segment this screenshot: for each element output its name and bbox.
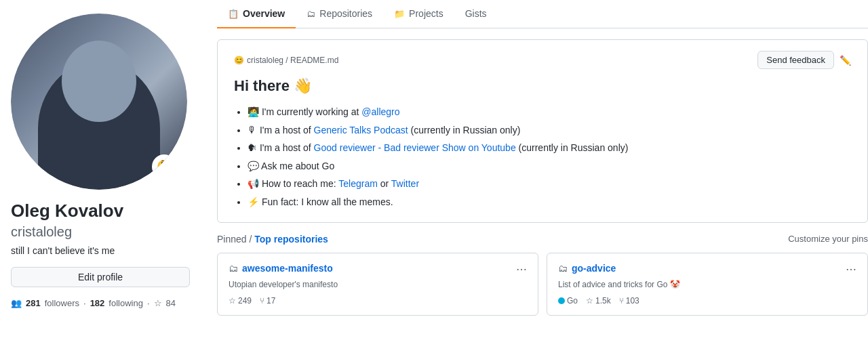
fork-count-1: 17 bbox=[267, 296, 275, 306]
pinned-header: Pinned / Top repositories Customize your… bbox=[217, 234, 868, 245]
repo-icon-1: 🗂 bbox=[229, 263, 238, 274]
projects-icon: 📁 bbox=[394, 9, 405, 19]
readme-path: 😊 cristaloleg / README.md bbox=[234, 56, 338, 65]
stats-row: 👥 281 followers · 182 following · ☆ 84 bbox=[11, 298, 190, 308]
list-item: 📢 How to reach me: Telegram or Twitter bbox=[248, 175, 851, 193]
pinned-card-1: 🗂 awesome-manifesto ⋯ Utopian developer'… bbox=[217, 253, 538, 316]
sidebar: 🤔 Oleg Kovalov cristaloleg still I can't… bbox=[0, 0, 201, 357]
repo-name-link-1[interactable]: awesome-manifesto bbox=[242, 263, 333, 274]
list-item: 🗣 I'm a host of Good reviewer - Bad revi… bbox=[248, 139, 851, 157]
followers-label: followers bbox=[45, 298, 79, 308]
profile-name: Oleg Kovalov bbox=[11, 201, 190, 222]
repo-forks-1: ⑂ 17 bbox=[260, 296, 275, 306]
twitter-link[interactable]: Twitter bbox=[391, 178, 419, 189]
readme-card: 😊 cristaloleg / README.md Send feedback … bbox=[217, 39, 868, 223]
followers-icon: 👥 bbox=[11, 298, 22, 308]
pinned-card-title-2: 🗂 go-advice bbox=[558, 263, 616, 274]
main-content: 📋 Overview 🗂 Repositories 📁 Projects Gis… bbox=[201, 0, 868, 357]
stars-count: 84 bbox=[166, 298, 176, 308]
fork-icon-1: ⑂ bbox=[260, 296, 264, 306]
fork-count-2: 103 bbox=[626, 296, 639, 306]
repo-forks-2: ⑂ 103 bbox=[619, 296, 639, 306]
star-icon-1: ☆ bbox=[229, 296, 236, 306]
pinned-card-title-1: 🗂 awesome-manifesto bbox=[229, 263, 333, 274]
avatar-emoji-badge: 🤔 bbox=[152, 154, 176, 179]
tab-overview[interactable]: 📋 Overview bbox=[217, 0, 296, 28]
profile-bio: still I can't believe it's me bbox=[11, 245, 190, 256]
pinned-section: Pinned / Top repositories Customize your… bbox=[217, 234, 868, 316]
profile-username: cristaloleg bbox=[11, 224, 190, 240]
list-item: ⚡ Fun fact: I know all the memes. bbox=[248, 193, 851, 211]
lang-label-2: Go bbox=[567, 296, 578, 306]
readme-path-text: cristaloleg / README.md bbox=[247, 56, 338, 65]
repo-name-link-2[interactable]: go-advice bbox=[572, 263, 616, 274]
allegro-link[interactable]: @allegro bbox=[361, 106, 399, 117]
lang-dot-2 bbox=[558, 297, 565, 304]
readme-emoji-icon: 😊 bbox=[234, 56, 244, 65]
avatar-wrapper: 🤔 bbox=[11, 14, 187, 190]
pinned-card-header-2: 🗂 go-advice ⋯ bbox=[558, 263, 856, 276]
repo-stats-1: ☆ 249 ⑂ 17 bbox=[229, 296, 527, 306]
followers-count-link[interactable]: 281 bbox=[26, 298, 41, 308]
list-item: 🎙 I'm a host of Generic Talks Podcast (c… bbox=[248, 121, 851, 140]
star-count-1: 249 bbox=[238, 296, 252, 306]
generic-talks-link[interactable]: Generic Talks Podcast bbox=[314, 125, 408, 135]
separator-dot-2: · bbox=[147, 298, 150, 308]
pinned-grid: 🗂 awesome-manifesto ⋯ Utopian developer'… bbox=[217, 253, 868, 316]
telegram-link[interactable]: Telegram bbox=[338, 178, 378, 189]
readme-title: Hi there 👋 bbox=[234, 77, 851, 95]
tab-gists[interactable]: Gists bbox=[454, 0, 498, 28]
repo-desc-1: Utopian developer's manifesto bbox=[229, 280, 527, 289]
list-item: 💬 Ask me about Go bbox=[248, 157, 851, 175]
tab-projects-label: Projects bbox=[409, 8, 443, 19]
repo-stars-2: ☆ 1.5k bbox=[586, 296, 611, 306]
repo-stars-1: ☆ 249 bbox=[229, 296, 252, 306]
pinned-card-header-1: 🗂 awesome-manifesto ⋯ bbox=[229, 263, 527, 276]
pinned-card-2: 🗂 go-advice ⋯ List of advice and tricks … bbox=[547, 253, 868, 316]
overview-icon: 📋 bbox=[228, 9, 239, 19]
list-item: 🧑‍💻 I'm currently working at @allegro bbox=[248, 103, 851, 121]
edit-profile-button[interactable]: Edit profile bbox=[11, 267, 190, 287]
more-options-icon-2[interactable]: ⋯ bbox=[846, 263, 856, 276]
good-reviewer-link[interactable]: Good reviewer - Bad reviewer Show on You… bbox=[314, 142, 516, 153]
tab-projects[interactable]: 📁 Projects bbox=[383, 0, 454, 28]
edit-pencil-icon[interactable]: ✏️ bbox=[840, 55, 851, 66]
repo-lang-2: Go bbox=[558, 296, 578, 306]
top-repos-link[interactable]: Top repositories bbox=[254, 234, 328, 245]
more-options-icon-1[interactable]: ⋯ bbox=[516, 263, 527, 276]
fork-icon-2: ⑂ bbox=[619, 296, 624, 306]
repo-icon-2: 🗂 bbox=[558, 263, 568, 274]
following-label: following bbox=[108, 298, 143, 308]
pinned-title: Pinned / Top repositories bbox=[217, 234, 328, 245]
star-count-2: 1.5k bbox=[595, 296, 611, 306]
star-icon-2: ☆ bbox=[586, 296, 593, 306]
separator-dot-1: · bbox=[83, 298, 86, 308]
tab-gists-label: Gists bbox=[465, 8, 487, 19]
readme-list: 🧑‍💻 I'm currently working at @allegro 🎙 … bbox=[234, 103, 851, 211]
repo-desc-2: List of advice and tricks for Go 🤡 bbox=[558, 280, 856, 289]
tab-overview-label: Overview bbox=[243, 8, 285, 19]
send-feedback-button[interactable]: Send feedback bbox=[757, 51, 834, 69]
repo-stats-2: Go ☆ 1.5k ⑂ 103 bbox=[558, 296, 856, 306]
tabs-nav: 📋 Overview 🗂 Repositories 📁 Projects Gis… bbox=[217, 0, 868, 28]
customize-pins-button[interactable]: Customize your pins bbox=[788, 234, 868, 244]
readme-actions: Send feedback ✏️ bbox=[757, 51, 851, 69]
readme-header: 😊 cristaloleg / README.md Send feedback … bbox=[234, 51, 851, 69]
repositories-icon: 🗂 bbox=[307, 9, 315, 19]
tab-repositories-label: Repositories bbox=[319, 8, 372, 19]
stars-icon: ☆ bbox=[154, 298, 162, 308]
following-count-link[interactable]: 182 bbox=[90, 298, 105, 308]
tab-repositories[interactable]: 🗂 Repositories bbox=[296, 0, 383, 28]
